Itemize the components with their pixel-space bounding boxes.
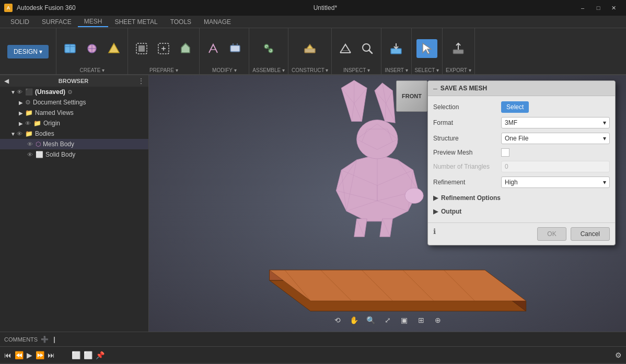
nav-cube[interactable]: FRONT: [396, 80, 427, 112]
browser-options-icon[interactable]: ⋮: [138, 77, 144, 85]
pan-tool[interactable]: ✋: [347, 313, 362, 327]
svg-rect-15: [453, 50, 463, 54]
tab-surface[interactable]: SURFACE: [36, 17, 78, 27]
tree-item-solid-body[interactable]: 👁 ⬜ Solid Body: [0, 149, 148, 160]
modify-icon-1: [206, 41, 221, 56]
eye-icon-unsaved[interactable]: 👁: [17, 89, 25, 95]
preview-mesh-checkbox[interactable]: [501, 148, 509, 157]
svg-marker-6: [181, 43, 190, 53]
insert-icon: [389, 41, 403, 56]
cube-face-front[interactable]: FRONT: [396, 80, 427, 112]
construct-button[interactable]: [299, 39, 320, 58]
export-button[interactable]: [448, 39, 469, 58]
preview-mesh-control: [501, 148, 610, 157]
snap-tool[interactable]: ⊕: [431, 313, 445, 327]
eye-icon-origin[interactable]: 👁: [25, 120, 33, 126]
fit-tool[interactable]: ⤢: [380, 313, 395, 327]
eye-icon-mesh-body[interactable]: 👁: [27, 141, 36, 147]
dialog-footer: ℹ OK Cancel: [428, 222, 615, 245]
minimize-button[interactable]: –: [575, 0, 590, 16]
go-to-start-button[interactable]: ⏮: [4, 351, 11, 359]
structure-value: One File: [505, 135, 528, 142]
design-dropdown-button[interactable]: DESIGN ▾: [7, 45, 49, 58]
tree-item-named-views[interactable]: ▶ 📁 Named Views: [0, 108, 148, 118]
prepare-label[interactable]: PREPARE ▾: [149, 66, 178, 73]
create-icon-3: [107, 41, 121, 56]
export-label[interactable]: EXPORT ▾: [446, 66, 471, 73]
format-dropdown[interactable]: 3MF ▾: [501, 117, 610, 128]
create-button-3[interactable]: [103, 39, 124, 58]
structure-dropdown[interactable]: One File ▾: [501, 133, 610, 144]
construct-label[interactable]: CONSTRUCT ▾: [292, 66, 328, 73]
select-button[interactable]: [416, 39, 437, 58]
create-label[interactable]: CREATE ▾: [80, 66, 105, 73]
tab-sheet-metal[interactable]: SHEET METAL: [108, 17, 164, 27]
inspect-button-1[interactable]: [335, 39, 356, 58]
refinement-dropdown-arrow: ▾: [603, 179, 606, 186]
step-forward-button[interactable]: ⏩: [36, 351, 44, 359]
modify-button-2[interactable]: [225, 39, 246, 58]
insert-label[interactable]: INSERT ▾: [385, 66, 408, 73]
svg-point-63: [405, 188, 423, 203]
settings-icon-unsaved[interactable]: ⚙: [67, 89, 73, 96]
tree-item-doc-settings[interactable]: ▶ ⚙ Document Settings: [0, 97, 148, 108]
dialog-body: Selection Select Format 3MF ▾: [428, 96, 615, 222]
output-toggle[interactable]: ▶ Output: [433, 206, 610, 217]
display-tool[interactable]: ▣: [397, 313, 412, 327]
ok-button[interactable]: OK: [537, 227, 566, 241]
timeline-icon-2[interactable]: ⬜: [84, 351, 92, 359]
tree-item-unsaved[interactable]: ▼ 👁 ⬛ (Unsaved) ⚙: [0, 87, 148, 97]
zoom-tool[interactable]: 🔍: [364, 313, 378, 327]
tree-item-origin[interactable]: ▶ 👁 📁 Origin: [0, 118, 148, 128]
solid-body-icon: ⬜: [36, 151, 43, 158]
prepare-button-3[interactable]: [175, 39, 196, 58]
cancel-button[interactable]: Cancel: [571, 227, 610, 241]
timeline-icon-3[interactable]: 📌: [96, 351, 105, 359]
select-button[interactable]: Select: [501, 101, 529, 113]
ribbon-section-prepare: PREPARE ▾: [128, 28, 200, 74]
structure-row: Structure One File ▾: [433, 133, 610, 144]
tab-mesh[interactable]: MESH: [78, 17, 109, 27]
step-back-button[interactable]: ⏪: [15, 351, 24, 359]
assemble-icon: [261, 41, 276, 56]
select-label[interactable]: SELECT ▾: [415, 66, 439, 73]
main-area: ◀ BROWSER ⋮ ▼ 👁 ⬛ (Unsaved) ⚙ ▶ ⚙ Docume…: [0, 75, 626, 332]
grid-tool[interactable]: ⊞: [414, 313, 428, 327]
ribbon-section-export: EXPORT ▾: [443, 28, 475, 74]
settings-button[interactable]: ⚙: [615, 351, 622, 359]
modify-label[interactable]: MODIFY ▾: [212, 66, 236, 73]
dialog-minimize-icon[interactable]: –: [433, 84, 437, 92]
insert-button[interactable]: [386, 39, 407, 58]
go-to-end-button[interactable]: ⏭: [48, 351, 55, 359]
play-button[interactable]: ▶: [27, 351, 32, 359]
comments-expand-icon[interactable]: ❙: [52, 336, 57, 343]
viewport[interactable]: FRONT ⟲ ✋ 🔍 ⤢ ▣ ⊞ ⊕ – SAVE AS MESH: [149, 75, 626, 332]
timeline-icon-1[interactable]: ⬜: [72, 351, 80, 359]
refinement-dropdown[interactable]: High ▾: [501, 177, 610, 188]
eye-icon-solid-body[interactable]: 👁: [27, 151, 36, 158]
maximize-button[interactable]: □: [590, 0, 606, 16]
create-button-2[interactable]: [82, 39, 102, 58]
close-button[interactable]: ✕: [606, 0, 622, 16]
tab-solid[interactable]: SOLID: [4, 17, 36, 27]
tab-tools[interactable]: TOOLS: [164, 17, 198, 27]
assemble-label[interactable]: ASSEMBLE ▾: [252, 66, 285, 73]
info-icon[interactable]: ℹ: [433, 227, 436, 241]
tree-item-bodies[interactable]: ▼ 👁 📁 Bodies: [0, 128, 148, 139]
refinement-options-toggle[interactable]: ▶ Refinement Options: [433, 192, 610, 204]
tree-item-mesh-body[interactable]: 👁 ⬡ Mesh Body: [0, 139, 148, 149]
collapse-icon[interactable]: ◀: [4, 77, 9, 85]
prepare-button-2[interactable]: [153, 39, 174, 58]
modify-button-1[interactable]: [203, 39, 224, 58]
inspect-button-2[interactable]: [357, 39, 378, 58]
inspect-label[interactable]: INSPECT ▾: [343, 66, 370, 73]
create-button-1[interactable]: [60, 39, 80, 58]
prepare-button-1[interactable]: [131, 39, 152, 58]
orbit-tool[interactable]: ⟲: [330, 313, 345, 327]
refinement-label: Refinement: [433, 179, 501, 186]
assemble-button[interactable]: [258, 39, 279, 58]
tab-manage[interactable]: MANAGE: [198, 17, 237, 27]
ribbon-section-create: CREATE ▾: [56, 28, 128, 74]
eye-icon-bodies[interactable]: 👁: [17, 131, 25, 137]
comments-add-icon[interactable]: ➕: [41, 336, 49, 343]
